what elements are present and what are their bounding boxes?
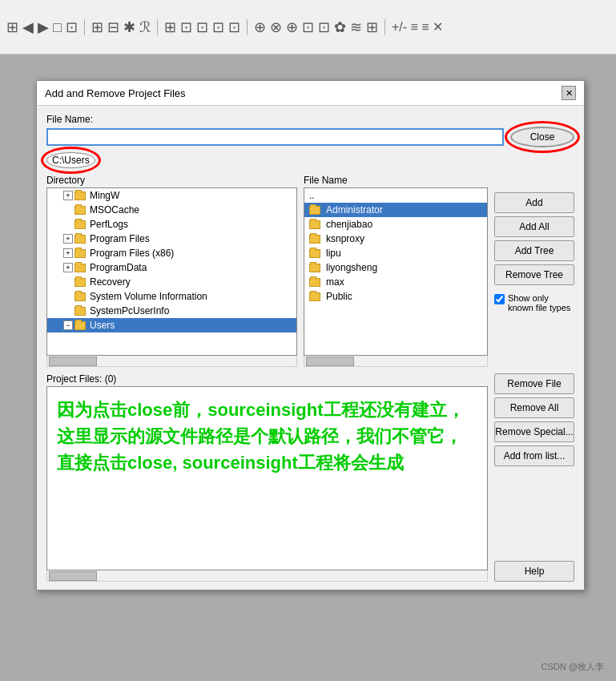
folder-icon — [74, 206, 86, 215]
file-list-item[interactable]: max — [304, 275, 487, 289]
annotation-overlay: 因为点击close前，sourceinsight工程还没有建立，这里显示的源文件… — [47, 387, 487, 570]
dir-tree-item[interactable]: + Program Files — [47, 232, 296, 246]
dialog-title: Add and Remove Project Files — [45, 87, 186, 99]
project-files-panel: Project Files: (0) 因为点击close前，sourceinsi… — [46, 373, 488, 582]
dir-item-label: MingW — [90, 190, 119, 201]
dir-tree-item[interactable]: + ProgramData — [47, 260, 296, 275]
dialog-add-remove-project-files: Add and Remove Project Files ✕ File Name… — [36, 80, 585, 590]
file-item-label: ksnproxy — [326, 233, 364, 244]
dir-tree-item[interactable]: System Volume Information — [47, 289, 296, 304]
file-panel: File Name ..Administratorchenjiabaoksnpr… — [304, 175, 488, 367]
file-list-item[interactable]: ksnproxy — [304, 232, 487, 246]
folder-icon — [74, 278, 86, 287]
file-item-label: chenjiabao — [326, 219, 372, 230]
file-name-header: File Name — [304, 175, 488, 186]
watermark: CSDN @牧人李 — [542, 661, 604, 673]
dir-tree-item[interactable]: − Users — [47, 318, 296, 332]
show-known-types-row: Show only known file types — [494, 293, 574, 312]
help-button[interactable]: Help — [494, 561, 574, 582]
dir-tree-item[interactable]: MSOCache — [47, 203, 296, 217]
content-area: Directory + MingW MSOCache PerfLogs+ Pro… — [46, 175, 574, 367]
file-folder-icon — [309, 235, 320, 244]
dir-tree-item[interactable]: + Program Files (x86) — [47, 246, 296, 260]
file-folder-icon — [309, 264, 320, 272]
file-list-item[interactable]: liyongsheng — [304, 260, 487, 275]
dir-item-label: SystemPcUserInfo — [90, 305, 169, 316]
dir-tree-item[interactable]: PerfLogs — [47, 217, 296, 232]
dir-item-label: PerfLogs — [90, 219, 128, 230]
show-known-types-checkbox[interactable] — [494, 294, 505, 304]
dir-hscrollbar[interactable] — [46, 356, 297, 367]
file-list-item[interactable]: Administrator — [304, 203, 487, 217]
dialog-titlebar: Add and Remove Project Files ✕ — [37, 81, 584, 106]
dialog-body: File Name: Close C:\Users Directory + Mi… — [37, 106, 584, 590]
directory-panel: Directory + MingW MSOCache PerfLogs+ Pro… — [46, 175, 297, 367]
dir-item-label: ProgramData — [90, 262, 147, 273]
file-list-item[interactable]: chenjiabao — [304, 217, 487, 232]
file-item-label: .. — [309, 190, 315, 201]
right-action-buttons: Add Add All Add Tree Remove Tree Show on… — [494, 175, 574, 367]
path-indicator: C:\Users — [46, 152, 95, 168]
filename-input[interactable] — [46, 128, 504, 146]
dir-tree-item[interactable]: + MingW — [47, 188, 296, 203]
remove-file-button[interactable]: Remove File — [494, 373, 574, 394]
file-item-label: lipu — [326, 248, 341, 259]
file-folder-icon — [309, 220, 320, 229]
file-list-item[interactable]: lipu — [304, 246, 487, 260]
folder-icon — [74, 307, 86, 316]
file-list-item[interactable]: Public — [304, 289, 487, 304]
file-item-label: Administrator — [326, 204, 383, 216]
filename-label: File Name: — [46, 114, 574, 125]
project-files-header: Project Files: (0) — [46, 373, 488, 385]
project-files-area: Project Files: (0) 因为点击close前，sourceinsi… — [46, 373, 574, 582]
add-from-list-button[interactable]: Add from list... — [494, 445, 574, 466]
folder-icon — [74, 249, 86, 258]
file-folder-icon — [309, 292, 320, 301]
folder-icon — [74, 235, 86, 244]
show-known-types-label: Show only known file types — [508, 293, 574, 312]
dir-tree-item[interactable]: Recovery — [47, 275, 296, 289]
file-list-item[interactable]: .. — [304, 188, 487, 203]
folder-icon — [74, 191, 86, 200]
close-button[interactable]: Close — [510, 127, 574, 147]
file-item-label: liyongsheng — [326, 262, 377, 273]
file-item-label: max — [326, 276, 344, 288]
dir-item-label: Users — [90, 320, 115, 331]
folder-icon — [74, 292, 86, 301]
bottom-right-buttons: Remove File Remove All Remove Special...… — [494, 373, 574, 582]
add-button[interactable]: Add — [494, 192, 574, 213]
add-all-button[interactable]: Add All — [494, 216, 574, 237]
folder-icon — [74, 264, 86, 272]
project-files-list[interactable]: 因为点击close前，sourceinsight工程还没有建立，这里显示的源文件… — [46, 386, 488, 570]
file-list[interactable]: ..Administratorchenjiabaoksnproxylipuliy… — [304, 187, 488, 356]
project-hscrollbar[interactable] — [46, 570, 488, 582]
remove-tree-button[interactable]: Remove Tree — [494, 264, 574, 285]
toolbar: ⊞ ◀ ▶ □ ⊡ ⊞ ⊟ ✱ ℛ ⊞ ⊡ ⊡ ⊡ ⊡ ⊕ ⊗ ⊕ ⊡ ⊡ ✿ … — [0, 0, 616, 54]
directory-header: Directory — [46, 175, 297, 186]
add-tree-button[interactable]: Add Tree — [494, 240, 574, 261]
dir-item-label: MSOCache — [90, 204, 139, 216]
directory-list[interactable]: + MingW MSOCache PerfLogs+ Program Files… — [46, 187, 297, 356]
folder-icon — [74, 321, 86, 330]
dialog-close-x-button[interactable]: ✕ — [562, 86, 576, 100]
file-hscrollbar[interactable] — [304, 356, 488, 367]
dir-item-label: Program Files — [90, 233, 150, 244]
file-folder-icon — [309, 249, 320, 258]
file-folder-icon — [309, 206, 320, 215]
dir-item-label: System Volume Information — [90, 291, 207, 302]
file-item-label: Public — [326, 291, 352, 302]
remove-all-button[interactable]: Remove All — [494, 397, 574, 418]
remove-special-button[interactable]: Remove Special... — [494, 421, 574, 442]
file-folder-icon — [309, 278, 320, 287]
folder-icon — [74, 220, 86, 229]
dir-item-label: Program Files (x86) — [90, 248, 174, 259]
dir-tree-item[interactable]: SystemPcUserInfo — [47, 304, 296, 318]
dir-item-label: Recovery — [90, 276, 131, 288]
